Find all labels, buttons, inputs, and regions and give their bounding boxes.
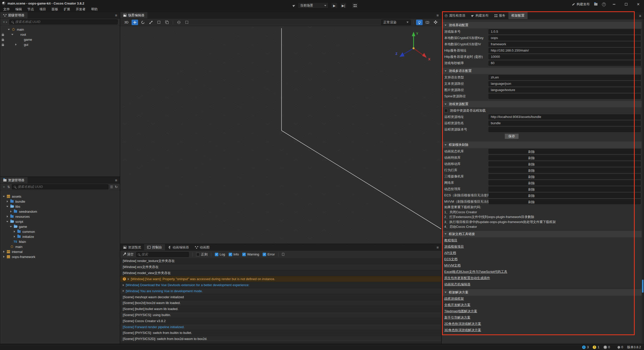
add-asset-button[interactable]: ＋ [2, 185, 6, 189]
menubar-item-编辑[interactable]: 编辑 [13, 7, 25, 12]
assets-search-input[interactable]: 搜索名称或 UUID [12, 184, 108, 189]
gizmo-tool-button[interactable] [164, 20, 170, 25]
filter-info-checkbox[interactable]: ✓Info [229, 252, 239, 256]
link-2D角色扮演游戏解决方案[interactable]: 2D角色扮演游戏解决方案 [444, 322, 481, 326]
link-新手引导解决方案[interactable]: 新手引导解决方案 [444, 315, 470, 320]
link-Tiledmap地图解决方案[interactable]: Tiledmap地图解决方案 [444, 309, 477, 314]
tree-node-main[interactable]: main [0, 27, 120, 32]
menubar-item-项目[interactable]: 项目 [37, 7, 49, 12]
chevron-down-icon[interactable] [3, 196, 5, 197]
filter-log-checkbox[interactable]: ✓Log [215, 252, 225, 256]
field-input-Http服务器地址[interactable]: http://192.168.0.150/main/ [489, 48, 641, 53]
add-node-button[interactable]: ＋ [2, 20, 8, 24]
field-input-远程资源地址[interactable]: http://localhost:8083/assets/bundle [489, 114, 641, 119]
scene-settings-button[interactable] [432, 20, 439, 25]
tree-node-seedrandom[interactable]: seedrandom [0, 209, 120, 214]
chevron-right-icon[interactable] [10, 210, 12, 212]
section-header-框架解决方案[interactable]: 框架解决方案 [442, 289, 642, 296]
mode-3d-toggle[interactable]: 3D [123, 20, 130, 24]
link-原生包热更新配置自动生成插件[interactable]: 原生包热更新配置自动生成插件 [444, 276, 490, 280]
menubar-item-帮助[interactable]: 帮助 [88, 7, 100, 12]
trim-button-ECS（剔除后模板项目无法使用）[interactable]: 剔除 [489, 193, 641, 198]
warning-count[interactable]: ! 1 [593, 345, 599, 349]
trim-button-行为行库[interactable]: 剔除 [489, 168, 641, 173]
chevron-down-icon[interactable] [10, 226, 12, 227]
render-mode-dropdown[interactable]: 正常渲染 [381, 20, 411, 25]
snap-toggle-button[interactable] [184, 20, 190, 25]
chevron-right-icon[interactable] [3, 251, 5, 253]
tab-资源预览[interactable]: 资源预览 [120, 244, 144, 250]
trim-button-网络库[interactable]: 剔除 [489, 180, 641, 185]
trim-button-三维摄像机库[interactable]: 剔除 [489, 174, 641, 179]
refresh-assets-icon[interactable]: ↻ [115, 185, 118, 189]
link-全栈开发解决方案[interactable]: 全栈开发解决方案 [444, 303, 470, 307]
tree-node-Main[interactable]: TSMain [0, 239, 120, 244]
chevron-right-icon[interactable] [15, 43, 17, 46]
tree-node-game[interactable]: game [0, 37, 120, 42]
tab-属性检查器[interactable]: 属性检查器 [442, 12, 468, 19]
axis-gizmo[interactable]: Y X Z [393, 30, 434, 67]
build-publish-button[interactable]: 构建发布 [572, 2, 590, 7]
chevron-right-icon[interactable] [3, 256, 5, 258]
tree-node-libs[interactable]: libs [0, 204, 120, 209]
link-Excel格式转Json文件与TypeScript代码工具[interactable]: Excel格式转Json文件与TypeScript代码工具 [444, 270, 507, 274]
lighting-toggle-button[interactable] [416, 20, 423, 25]
section-header-游戏多语言配置[interactable]: 游戏多语言配置 [442, 68, 642, 74]
step-button[interactable]: ▶| [340, 3, 347, 9]
section-header-框架模块剔除[interactable]: 框架模块剔除 [442, 142, 642, 148]
tree-node-oops-framework[interactable]: oops-framework [0, 254, 120, 259]
log-file-icon[interactable] [282, 253, 284, 256]
scene-viewport[interactable]: Y X Z [120, 26, 441, 244]
filter-assets-icon[interactable]: ☰ [110, 185, 113, 189]
chevron-right-icon[interactable] [7, 215, 8, 217]
tab-构建发布[interactable]: 构建发布 [468, 12, 492, 19]
link-游戏模板项目[interactable]: 游戏模板项目 [444, 244, 464, 249]
field-input-本地数据CryptoES加密IV[interactable]: framework [489, 42, 641, 47]
menubar-item-节点[interactable]: 节点 [25, 7, 37, 12]
camera-settings-button[interactable] [424, 20, 431, 25]
console-search-input[interactable]: 搜索 [136, 252, 189, 257]
filter-warning-checkbox[interactable]: ✓Warning [242, 252, 259, 256]
link-3D角色扮演游戏解决方案[interactable]: 3D角色扮演游戏解决方案 [444, 328, 481, 332]
sort-assets-icon[interactable]: ⇅ [7, 185, 10, 189]
tree-node-script[interactable]: script [0, 219, 120, 224]
tree-node-assets[interactable]: assets [0, 194, 120, 199]
field-input-游戏版本号[interactable]: 1.0.5 [489, 29, 641, 34]
field-input-Spine资源路径[interactable] [489, 94, 641, 99]
move-tool-button[interactable] [132, 20, 138, 25]
link-战棋游戏框架[interactable]: 战棋游戏框架 [444, 296, 464, 301]
rect-tool-button[interactable] [156, 20, 162, 25]
tab-动画编辑器[interactable]: 动画编辑器 [165, 244, 192, 250]
tab-控制台[interactable]: 控制台 [144, 244, 165, 250]
pivot-toggle-button[interactable] [176, 20, 182, 25]
expand-chevron-icon[interactable] [123, 284, 124, 286]
inspector-scrollbar-thumb[interactable] [642, 280, 643, 293]
device-preview-icon[interactable] [293, 4, 296, 7]
save-button[interactable]: 保存 [505, 134, 519, 139]
menubar-item-文件[interactable]: 文件 [1, 7, 13, 12]
log-row[interactable]: ![Window] [Vue warn]: Property "onInput"… [120, 276, 441, 282]
play-button[interactable]: ▶ [331, 3, 338, 9]
close-button[interactable]: ✕ [634, 2, 642, 7]
scene-menu-icon[interactable]: ≡ [436, 12, 441, 18]
tree-node-bundle[interactable]: bundle [0, 199, 120, 204]
field-input-游戏每秒帧率[interactable]: 60 [489, 61, 641, 66]
log-row[interactable]: [Window] Download the Vue Devtools exten… [120, 282, 441, 288]
regex-checkbox[interactable]: 正则 [196, 252, 208, 257]
link-ECS文档[interactable]: ECS文档 [444, 257, 458, 261]
trim-button-MVVM（剔除后模板项目无法使用）[interactable]: 剔除 [489, 199, 641, 204]
link-教程项目[interactable]: 教程项目 [444, 238, 457, 243]
expand-chevron-icon[interactable] [123, 290, 124, 292]
inspector-scrollbar-track[interactable] [642, 19, 644, 344]
chevron-right-icon[interactable] [14, 236, 15, 238]
tab-hierarchy[interactable]: 层级管理器 [0, 12, 27, 18]
help-icon[interactable]: ? [602, 3, 606, 6]
tab-服务[interactable]: 服务 [492, 12, 508, 19]
chevron-down-icon[interactable] [6, 206, 8, 207]
trim-button-动态纹理库[interactable]: 剔除 [489, 187, 641, 192]
tree-node-initialize[interactable]: initialize [0, 234, 120, 239]
tree-node-gui[interactable]: gui [0, 42, 120, 47]
log-row[interactable]: [Window] You are running Vue in developm… [120, 288, 441, 294]
tree-node-root[interactable]: root [0, 32, 120, 37]
inspector-menu-icon[interactable]: ≡ [639, 12, 644, 19]
